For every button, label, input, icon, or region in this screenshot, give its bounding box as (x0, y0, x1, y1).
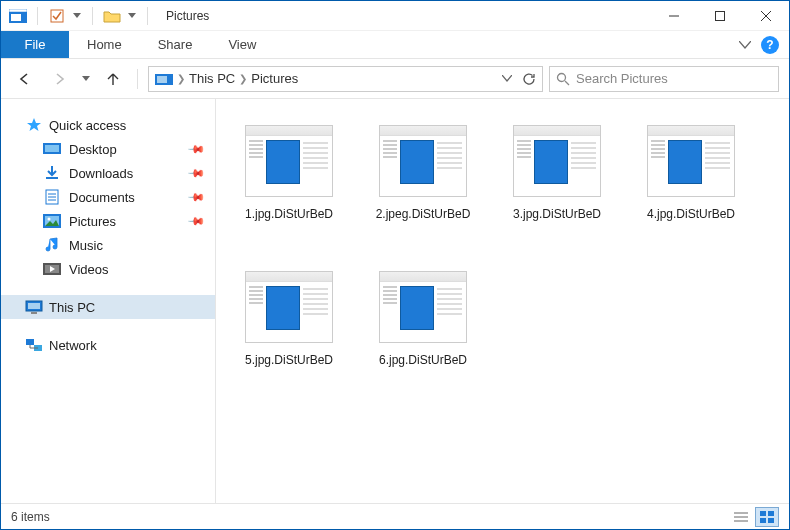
ribbon-expand-icon[interactable] (739, 41, 751, 49)
address-actions (502, 72, 536, 86)
file-thumbnail (379, 125, 467, 197)
svg-rect-13 (45, 145, 59, 152)
ribbon-right: ? (739, 31, 789, 58)
back-button[interactable] (11, 65, 39, 93)
svg-rect-35 (760, 518, 766, 523)
file-grid: 1.jpg.DiStUrBeD 2.jpeg.DiStUrBeD (222, 111, 789, 403)
this-pc-group: This PC (1, 295, 215, 319)
svg-rect-24 (28, 303, 40, 309)
file-name: 4.jpg.DiStUrBeD (647, 207, 735, 221)
forward-button[interactable] (45, 65, 73, 93)
window-controls (651, 1, 789, 31)
desktop-icon (43, 141, 61, 157)
file-pane[interactable]: 1.jpg.DiStUrBeD 2.jpeg.DiStUrBeD (216, 99, 789, 503)
file-item[interactable]: 3.jpg.DiStUrBeD (490, 111, 624, 257)
svg-rect-34 (768, 511, 774, 516)
svg-rect-36 (768, 518, 774, 523)
file-name: 5.jpg.DiStUrBeD (245, 353, 333, 367)
sidebar-item-music[interactable]: Music (1, 233, 215, 257)
file-item[interactable]: 1.jpg.DiStUrBeD (222, 111, 356, 257)
videos-icon (43, 261, 61, 277)
sidebar-item-label: Downloads (69, 166, 133, 181)
sidebar-item-label: Desktop (69, 142, 117, 157)
file-thumbnail (647, 125, 735, 197)
svg-rect-33 (760, 511, 766, 516)
file-name: 6.jpg.DiStUrBeD (379, 353, 467, 367)
file-thumbnail (245, 125, 333, 197)
location-icon (155, 71, 173, 87)
svg-point-20 (48, 218, 51, 221)
file-item[interactable]: 6.jpg.DiStUrBeD (356, 257, 490, 403)
navigation-pane: Quick access Desktop 📌 Downloads 📌 Docum… (1, 99, 216, 503)
svg-rect-2 (11, 14, 21, 21)
chevron-right-icon[interactable]: ❯ (177, 73, 185, 84)
recent-dropdown-icon[interactable] (79, 65, 93, 93)
help-icon[interactable]: ? (761, 36, 779, 54)
svg-rect-26 (26, 339, 34, 345)
thumbnails-view-button[interactable] (755, 507, 779, 527)
file-item[interactable]: 2.jpeg.DiStUrBeD (356, 111, 490, 257)
item-count: 6 items (11, 510, 50, 524)
properties-icon[interactable] (48, 8, 66, 24)
details-view-button[interactable] (729, 507, 753, 527)
sidebar-item-label: This PC (49, 300, 95, 315)
address-bar[interactable]: ❯ This PC ❯ Pictures (148, 66, 543, 92)
sidebar-item-label: Network (49, 338, 97, 353)
breadcrumb[interactable]: Pictures (251, 71, 298, 86)
up-button[interactable] (99, 65, 127, 93)
address-dropdown-icon[interactable] (502, 75, 512, 82)
sidebar-item-network[interactable]: Network (1, 333, 215, 357)
quick-access-label: Quick access (49, 118, 126, 133)
pictures-icon (43, 213, 61, 229)
sidebar-item-downloads[interactable]: Downloads 📌 (1, 161, 215, 185)
this-pc-icon (25, 299, 43, 315)
sidebar-item-label: Documents (69, 190, 135, 205)
title-bar: Pictures (1, 1, 789, 31)
new-folder-icon[interactable] (103, 8, 121, 24)
svg-point-10 (558, 73, 566, 81)
file-name: 2.jpeg.DiStUrBeD (376, 207, 471, 221)
search-box[interactable]: Search Pictures (549, 66, 779, 92)
quick-access-group: Quick access Desktop 📌 Downloads 📌 Docum… (1, 113, 215, 281)
sidebar-item-desktop[interactable]: Desktop 📌 (1, 137, 215, 161)
downloads-icon (43, 165, 61, 181)
quick-access-header[interactable]: Quick access (1, 113, 215, 137)
file-menu[interactable]: File (1, 31, 69, 58)
breadcrumb-label: This PC (189, 71, 235, 86)
file-name: 3.jpg.DiStUrBeD (513, 207, 601, 221)
chevron-down-icon[interactable] (72, 8, 82, 24)
minimize-button[interactable] (651, 1, 697, 31)
quick-access-toolbar (1, 7, 160, 25)
sidebar-item-pictures[interactable]: Pictures 📌 (1, 209, 215, 233)
music-icon (43, 237, 61, 253)
star-icon (25, 117, 43, 133)
pin-icon: 📌 (186, 187, 205, 206)
tab-home[interactable]: Home (69, 31, 140, 58)
status-bar: 6 items (1, 503, 789, 529)
network-group: Network (1, 333, 215, 357)
tab-view[interactable]: View (210, 31, 274, 58)
refresh-icon[interactable] (522, 72, 536, 86)
ribbon: File Home Share View ? (1, 31, 789, 59)
maximize-button[interactable] (697, 1, 743, 31)
close-button[interactable] (743, 1, 789, 31)
separator (147, 7, 148, 25)
tab-share[interactable]: Share (140, 31, 211, 58)
explorer-window: Pictures File Home Share View ? ❯ This P… (0, 0, 790, 530)
sidebar-item-documents[interactable]: Documents 📌 (1, 185, 215, 209)
sidebar-item-videos[interactable]: Videos (1, 257, 215, 281)
file-name: 1.jpg.DiStUrBeD (245, 207, 333, 221)
chevron-down-icon[interactable] (127, 8, 137, 24)
svg-rect-5 (716, 11, 725, 20)
nav-toolbar: ❯ This PC ❯ Pictures Search Pictures (1, 59, 789, 99)
file-thumbnail (379, 271, 467, 343)
sidebar-item-this-pc[interactable]: This PC (1, 295, 215, 319)
pin-icon: 📌 (186, 211, 205, 230)
file-item[interactable]: 5.jpg.DiStUrBeD (222, 257, 356, 403)
svg-rect-25 (31, 312, 37, 314)
svg-rect-1 (9, 9, 27, 12)
separator (37, 7, 38, 25)
breadcrumb[interactable]: This PC (189, 71, 235, 86)
file-item[interactable]: 4.jpg.DiStUrBeD (624, 111, 758, 257)
chevron-right-icon[interactable]: ❯ (239, 73, 247, 84)
